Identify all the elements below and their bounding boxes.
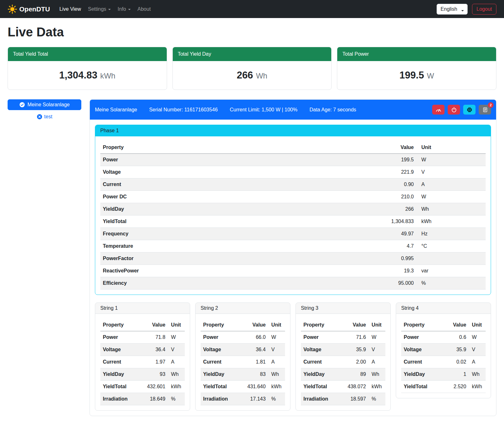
column-header-property: Property <box>100 319 144 331</box>
table-row: Current0.90A <box>100 178 486 191</box>
property-cell: YieldDay <box>100 368 144 381</box>
value-cell: 93 <box>144 368 168 381</box>
property-cell: YieldTotal <box>401 381 445 393</box>
unit-cell: var <box>416 265 486 277</box>
table-row: Frequency49.97Hz <box>100 228 486 240</box>
value-cell: 49.97 <box>332 228 416 240</box>
value-cell: 2.520 <box>445 381 469 393</box>
value-cell: 66.0 <box>245 331 268 344</box>
summary-card-body: 266Wh <box>173 61 332 90</box>
value-cell: 89 <box>345 368 369 381</box>
string-card-body: Property Value Unit Power0.6WVoltage35.9… <box>396 314 491 398</box>
column-header-value: Value <box>445 319 469 331</box>
unit-cell: kWh <box>416 215 486 228</box>
value-cell: 266 <box>332 203 416 215</box>
string-1-table: Property Value Unit Power71.8WVoltage36.… <box>100 319 185 405</box>
power-toggle-button[interactable] <box>448 105 460 115</box>
property-cell: YieldDay <box>201 368 245 381</box>
unit-cell: A <box>268 356 285 368</box>
table-row: YieldDay266Wh <box>100 203 486 215</box>
property-cell: Power DC <box>100 191 332 203</box>
value-cell: 35.9 <box>445 344 469 356</box>
table-row: Power66.0W <box>201 331 285 344</box>
value-cell: 17.143 <box>245 393 268 405</box>
unit-cell: A <box>416 178 486 191</box>
unit-cell: % <box>369 393 385 405</box>
device-info-button[interactable] <box>463 105 476 115</box>
table-row: Efficiency95.000% <box>100 277 486 290</box>
summary-cards-row: Total Yield Total 1,304.83kWh Total Yiel… <box>8 47 496 90</box>
value-cell: 83 <box>245 368 268 381</box>
unit-cell: % <box>416 277 486 290</box>
unit-cell: kWh <box>469 381 486 393</box>
value-cell: 95.000 <box>332 277 416 290</box>
property-cell: Current <box>301 356 345 368</box>
table-row: Irradiation17.143% <box>201 393 285 405</box>
nav-info[interactable]: Info <box>115 4 133 15</box>
property-cell: Voltage <box>201 344 245 356</box>
property-cell: Current <box>201 356 245 368</box>
summary-card-unit: W <box>427 72 434 80</box>
value-cell: 1.81 <box>245 356 268 368</box>
brand[interactable]: OpenDTU <box>8 4 50 14</box>
power-icon <box>451 107 457 113</box>
inverter-data-age: Data Age: 7 seconds <box>309 107 356 113</box>
nav-settings[interactable]: Settings <box>85 4 113 15</box>
column-header-value: Value <box>245 319 268 331</box>
unit-cell: kWh <box>268 381 285 393</box>
summary-card-body: 199.5W <box>337 61 496 90</box>
value-cell: 18.597 <box>345 393 369 405</box>
string-card-body: Property Value Unit Power66.0WVoltage36.… <box>196 314 290 410</box>
phase-card-title: Phase 1 <box>95 125 491 136</box>
limit-settings-button[interactable] <box>432 105 445 115</box>
value-cell: 438.072 <box>345 381 369 393</box>
table-row: Current1.97A <box>100 356 185 368</box>
table-row: YieldDay93Wh <box>100 368 185 381</box>
inverter-serial: Serial Number: 116171603546 <box>149 107 218 113</box>
property-cell: Current <box>100 178 332 191</box>
nav-live-view[interactable]: Live View <box>57 4 84 15</box>
summary-card-title: Total Power <box>337 47 496 61</box>
table-row: Voltage221.9V <box>100 166 486 178</box>
main-row: Meine Solaranlage test Meine Solaranlage… <box>8 99 496 416</box>
table-row: YieldTotal438.072kWh <box>301 381 385 393</box>
language-select[interactable]: English <box>437 4 468 15</box>
unit-cell: V <box>168 344 185 356</box>
unit-cell: °C <box>416 240 486 252</box>
unit-cell: % <box>268 393 285 405</box>
value-cell: 36.4 <box>144 344 168 356</box>
property-cell: YieldTotal <box>100 381 144 393</box>
property-cell: Power <box>100 154 332 166</box>
column-header-property: Property <box>301 319 345 331</box>
sidebar-item-label: test <box>44 114 53 120</box>
nav-about[interactable]: About <box>135 4 153 15</box>
logout-button[interactable]: Logout <box>472 4 496 15</box>
page-title: Live Data <box>8 25 496 39</box>
table-row: YieldTotal431.640kWh <box>201 381 285 393</box>
value-cell: 35.9 <box>345 344 369 356</box>
sidebar-item-meine-solaranlage[interactable]: Meine Solaranlage <box>8 99 81 110</box>
gauge-icon <box>435 107 442 112</box>
table-row: Voltage36.4V <box>201 344 285 356</box>
value-cell: 71.8 <box>144 331 168 344</box>
event-log-button[interactable]: 2 <box>479 105 491 115</box>
property-cell: Efficiency <box>100 277 332 290</box>
summary-card-unit: Wh <box>256 72 267 80</box>
value-cell: 431.640 <box>245 381 268 393</box>
table-header-row: Property Value Unit <box>401 319 486 331</box>
table-row: Voltage35.9V <box>301 344 385 356</box>
table-row: YieldDay89Wh <box>301 368 385 381</box>
unit-cell: W <box>168 331 185 344</box>
table-row: Power DC210.0W <box>100 191 486 203</box>
unit-cell: W <box>469 331 486 344</box>
sidebar-item-test[interactable]: test <box>8 114 81 120</box>
value-cell: 210.0 <box>332 191 416 203</box>
total-yield-day-card: Total Yield Day 266Wh <box>172 47 332 90</box>
table-row: YieldTotal1,304.833kWh <box>100 215 486 228</box>
nav-info-label: Info <box>118 6 126 12</box>
table-row: YieldTotal2.520kWh <box>401 381 486 393</box>
property-cell: YieldDay <box>401 368 445 381</box>
page-content: Live Data Total Yield Total 1,304.83kWh … <box>0 18 504 424</box>
string-3-table-body: Power71.6WVoltage35.9VCurrent2.00AYieldD… <box>301 331 385 405</box>
unit-cell: Hz <box>416 228 486 240</box>
